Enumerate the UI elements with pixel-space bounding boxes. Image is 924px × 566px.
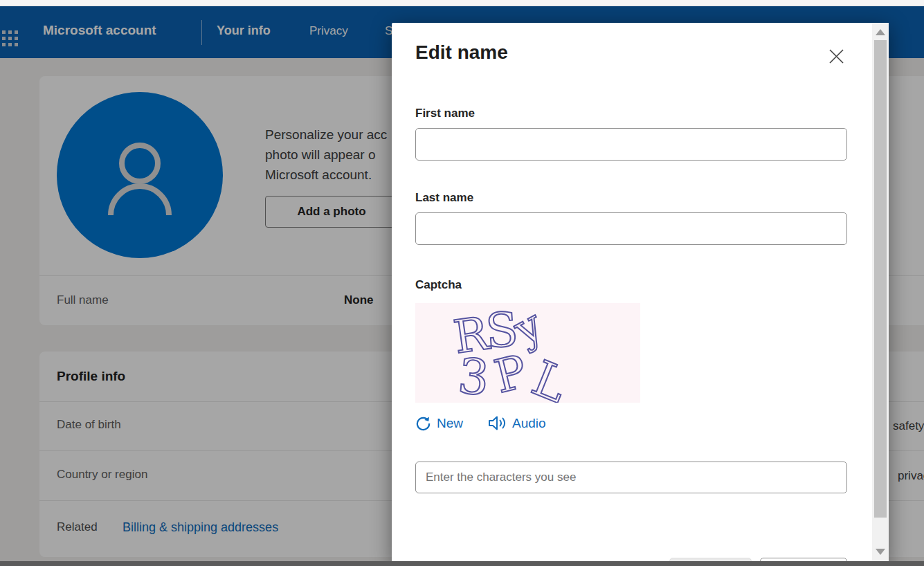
captcha-characters-graphic: R S y 3 P L	[415, 303, 640, 403]
microsoft-account-page: Microsoft account Your info Privacy Secu…	[0, 0, 924, 566]
captcha-actions: New Audio	[415, 415, 546, 431]
dialog-scrollbar[interactable]	[872, 23, 889, 566]
last-name-input[interactable]	[415, 212, 847, 245]
audio-captcha-button[interactable]: Audio	[488, 415, 546, 431]
browser-top-edge	[0, 0, 924, 6]
svg-text:3: 3	[456, 347, 492, 403]
captcha-answer-input[interactable]	[415, 462, 847, 493]
captcha-label: Captcha	[415, 278, 462, 292]
speaker-icon	[488, 415, 507, 431]
last-name-label: Last name	[415, 191, 473, 205]
first-name-label: First name	[415, 107, 475, 120]
captcha-image: R S y 3 P L	[415, 303, 640, 403]
close-icon	[828, 48, 844, 64]
new-captcha-button[interactable]: New	[415, 415, 463, 431]
refresh-icon	[415, 415, 431, 431]
new-captcha-label: New	[437, 416, 463, 431]
scrollbar-up-icon[interactable]	[876, 29, 885, 35]
browser-bottom-edge	[0, 561, 924, 566]
scrollbar-thumb[interactable]	[874, 40, 887, 518]
dialog-title: Edit name	[415, 42, 508, 64]
edit-name-dialog: Edit name First name Last name Captcha R…	[392, 23, 889, 566]
audio-captcha-label: Audio	[512, 416, 546, 431]
close-button[interactable]	[825, 45, 847, 67]
first-name-input[interactable]	[415, 128, 847, 161]
scrollbar-down-icon[interactable]	[876, 549, 885, 555]
svg-text:P: P	[489, 345, 532, 403]
svg-text:L: L	[525, 349, 576, 403]
